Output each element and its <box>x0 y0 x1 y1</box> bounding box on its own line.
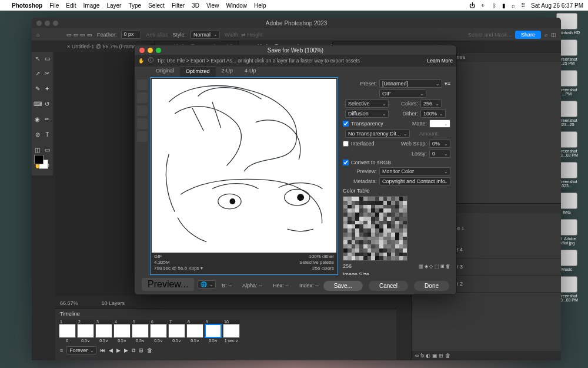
tool-icon[interactable]: ▭ <box>43 53 52 64</box>
feather-input[interactable]: 0 px <box>121 31 141 39</box>
preview-pane[interactable]: GIF 4.305M 798 sec @ 56.6 Kbps ▾ 100% di… <box>150 77 338 275</box>
app-menu[interactable]: Photoshop <box>12 2 42 9</box>
reduction-select[interactable]: Selective <box>345 100 389 108</box>
menu-view[interactable]: View <box>206 2 219 9</box>
timeline-frame[interactable]: 80.5∨ <box>186 320 203 343</box>
status-icon[interactable]: ⏻ <box>469 2 475 9</box>
timeline-frame[interactable]: 40.5∨ <box>113 320 131 343</box>
menu-edit[interactable]: Edit <box>66 2 76 9</box>
timeline-menu-icon[interactable]: ≡ <box>60 347 63 353</box>
tween-icon[interactable]: ⧉ <box>132 347 135 354</box>
menu-3d[interactable]: 3D <box>192 2 199 9</box>
preview-button[interactable]: Preview... <box>142 278 194 291</box>
tool-icon[interactable]: ⊘ <box>33 129 42 140</box>
menu-window[interactable]: Window <box>226 2 247 9</box>
timeline-frame[interactable]: 60.5∨ <box>150 320 167 343</box>
prev-frame-icon[interactable]: ◀ <box>109 347 113 353</box>
cancel-button[interactable]: Cancel <box>369 281 408 291</box>
learn-more-link[interactable]: Learn More <box>427 58 453 64</box>
dither-method-select[interactable]: Diffusion <box>345 110 389 118</box>
tool-icon[interactable]: ▭ <box>43 144 52 155</box>
clock[interactable]: Sat Aug 26 6:37 PM <box>531 2 583 9</box>
hand-tool-icon[interactable]: ✋ <box>138 58 145 64</box>
tool-icon[interactable]: ✦ <box>43 84 52 94</box>
browser-select[interactable]: 🌐 <box>198 280 216 289</box>
tool-icon[interactable]: ↖ <box>33 53 42 64</box>
preset-menu-icon[interactable]: ▾≡ <box>445 81 450 87</box>
tool-icon[interactable]: ↗ <box>33 68 42 79</box>
color-swatch-icon[interactable] <box>137 131 148 142</box>
tool-icon[interactable]: ⌨ <box>33 99 42 110</box>
transparency-checkbox[interactable] <box>343 121 349 127</box>
timeline-frame[interactable]: 20.5∨ <box>77 320 94 343</box>
battery-icon[interactable]: ▮ <box>502 2 506 9</box>
menu-image[interactable]: Image <box>83 2 100 9</box>
color-table[interactable] <box>343 196 407 261</box>
timeline-frame[interactable]: 30.5∨ <box>95 320 112 343</box>
lossy-select[interactable]: 0 <box>429 150 450 158</box>
dialog-traffic-lights[interactable] <box>135 48 161 53</box>
preset-select[interactable]: [Unnamed] <box>379 79 442 88</box>
view-tab-optimized[interactable]: Optimized <box>180 67 216 77</box>
menu-file[interactable]: File <box>49 2 59 9</box>
timeline-frame[interactable]: 10 <box>59 320 76 343</box>
tool-icon[interactable]: ✎ <box>33 84 42 94</box>
wifi-icon[interactable]: ᯤ <box>481 2 487 9</box>
convert-srgb-checkbox[interactable] <box>343 160 349 165</box>
tool-icon[interactable]: T <box>43 129 52 140</box>
slice-tool-icon[interactable] <box>137 92 148 103</box>
timeline-frame[interactable]: 50.5∨ <box>132 320 149 343</box>
zoom-level[interactable]: 66.67% <box>60 300 78 306</box>
format-select[interactable]: GIF <box>379 89 426 98</box>
first-frame-icon[interactable]: ⏮ <box>100 347 105 353</box>
tool-icon[interactable]: ◫ <box>33 144 42 155</box>
transparency-dither-select[interactable]: No Transparency Dit... <box>345 130 410 138</box>
tool-icon[interactable]: ✂ <box>43 68 52 79</box>
menu-type[interactable]: Type <box>128 2 141 9</box>
preview-select[interactable]: Monitor Color <box>379 167 450 175</box>
window-traffic-lights[interactable] <box>36 21 58 26</box>
colors-select[interactable]: 256 <box>420 100 442 108</box>
menu-select[interactable]: Select <box>148 2 165 9</box>
search-icon[interactable]: ⌕ <box>512 2 515 9</box>
color-table-header[interactable]: Color Table <box>343 188 450 194</box>
timeline-header[interactable]: Timeline <box>55 309 396 319</box>
matte-select[interactable] <box>429 120 450 128</box>
tool-icon[interactable]: ✏ <box>43 114 52 125</box>
home-icon[interactable]: ⌂ <box>36 32 39 38</box>
timeline-frame[interactable]: 70.5∨ <box>168 320 185 343</box>
loop-select[interactable]: Forever <box>66 346 96 354</box>
save-button[interactable]: Save... <box>323 281 363 291</box>
tool-icon[interactable]: ↺ <box>43 99 52 110</box>
zoom-tool-icon[interactable] <box>137 105 148 116</box>
layers-footer[interactable]: ∞ fx ◐ ▣ ⊞ 🗑 <box>412 351 561 360</box>
play-icon[interactable]: ▶ <box>116 347 121 353</box>
view-tab-2-up[interactable]: 2-Up <box>216 67 239 77</box>
tool-icon[interactable]: ◉ <box>33 114 42 125</box>
view-tab-original[interactable]: Original <box>150 67 180 77</box>
menu-help[interactable]: Help <box>254 2 266 9</box>
menu-filter[interactable]: Filter <box>172 2 185 9</box>
control-center-icon[interactable]: ⠿ <box>521 2 525 9</box>
metadata-select[interactable]: Copyright and Contact Info <box>379 177 450 185</box>
timeline-frame[interactable]: 101 sec.∨ <box>223 320 240 343</box>
timeline-frame[interactable]: 90.5∨ <box>205 320 222 343</box>
bluetooth-icon[interactable]: ᛒ <box>493 2 496 9</box>
selection-mode-icons[interactable]: ▭ ▭ ▭ ▭ <box>66 32 92 38</box>
interlaced-checkbox[interactable] <box>343 141 349 147</box>
websnap-select[interactable]: 0% <box>429 140 450 148</box>
view-tab-4-up[interactable]: 4-Up <box>239 67 262 77</box>
workspace-icon[interactable]: ◫ <box>551 32 556 38</box>
hand-tool-icon[interactable] <box>137 79 148 90</box>
dither-select[interactable]: 100% <box>420 110 446 118</box>
next-frame-icon[interactable]: ▶ <box>124 347 128 353</box>
delete-frame-icon[interactable]: 🗑 <box>147 347 152 353</box>
share-button[interactable]: Share <box>515 31 541 39</box>
style-select[interactable]: Normal <box>191 31 220 39</box>
done-button[interactable]: Done <box>414 281 449 291</box>
eyedropper-icon[interactable] <box>137 118 148 129</box>
new-frame-icon[interactable]: ⊞ <box>139 347 143 353</box>
menu-layer[interactable]: Layer <box>106 2 121 9</box>
search-icon[interactable]: ⌕ <box>544 32 547 38</box>
color-table-tools[interactable]: ▥ ◈ ◇ ⬚ ⊞ 🗑 <box>419 264 450 269</box>
